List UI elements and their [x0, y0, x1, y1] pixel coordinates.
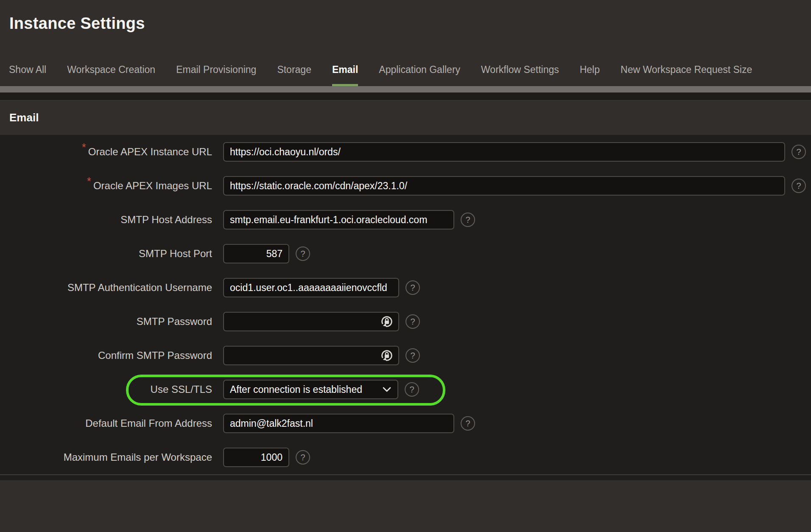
field-control: [223, 210, 454, 230]
tab-application-gallery[interactable]: Application Gallery: [379, 64, 460, 86]
field-row-default-email-from-address: Default Email From Address ?: [0, 406, 811, 440]
field-label-column: SMTP Authentication Username: [0, 282, 212, 294]
tab-show-all[interactable]: Show All: [9, 64, 46, 86]
input-confirm-smtp-password[interactable]: [223, 346, 399, 365]
region-top-strip: [0, 92, 811, 100]
email-settings-form: * Oracle APEX Instance URL ? * Oracle AP…: [0, 135, 811, 474]
help-icon[interactable]: ?: [461, 213, 475, 227]
tab-email[interactable]: Email: [332, 64, 358, 86]
page-title: Instance Settings: [0, 0, 811, 33]
field-label: Use SSL/TLS: [151, 384, 212, 395]
email-section-header: Email: [0, 100, 811, 135]
field-label-column: Maximum Emails per Workspace: [0, 451, 212, 463]
input-oracle-apex-instance-url[interactable]: [223, 142, 785, 162]
input-default-email-from-address[interactable]: [223, 414, 454, 433]
tab-new-workspace-request-size[interactable]: New Workspace Request Size: [621, 64, 752, 86]
help-question-glyph: ?: [300, 453, 305, 462]
field-control: [223, 176, 785, 196]
field-label: Confirm SMTP Password: [98, 350, 212, 361]
field-row-oracle-apex-images-url: * Oracle APEX Images URL ?: [0, 169, 811, 203]
section-title: Email: [9, 111, 39, 124]
field-label-column: Confirm SMTP Password: [0, 350, 212, 361]
form-bottom-pad: [0, 475, 811, 480]
input-smtp-authentication-username[interactable]: [223, 278, 399, 297]
tab-bar: Show AllWorkspace CreationEmail Provisio…: [0, 64, 752, 86]
field-label-column: SMTP Host Port: [0, 248, 212, 260]
input-oracle-apex-images-url[interactable]: [223, 176, 785, 196]
help-question-glyph: ?: [300, 249, 305, 258]
field-label-column: Default Email From Address: [0, 417, 212, 429]
field-row-smtp-authentication-username: SMTP Authentication Username ?: [0, 271, 811, 305]
select-use-ssl-tls[interactable]: After connection is established: [223, 380, 398, 399]
field-label: SMTP Password: [137, 316, 212, 328]
help-question-glyph: ?: [796, 182, 801, 190]
field-row-smtp-password: SMTP Password ?: [0, 305, 811, 339]
help-icon[interactable]: ?: [461, 416, 475, 431]
field-row-use-ssl-tls: Use SSL/TLS After connection is establis…: [0, 372, 811, 406]
input-smtp-host-port[interactable]: [223, 244, 289, 263]
field-control: [223, 346, 399, 365]
help-icon[interactable]: ?: [296, 450, 310, 465]
input-smtp-password[interactable]: [223, 312, 399, 331]
tab-workflow-settings[interactable]: Workflow Settings: [481, 64, 559, 86]
field-label: Maximum Emails per Workspace: [64, 451, 212, 463]
help-icon[interactable]: ?: [406, 348, 420, 363]
help-question-glyph: ?: [410, 317, 415, 326]
field-control: [223, 448, 289, 467]
help-icon[interactable]: ?: [406, 280, 420, 295]
tab-email-provisioning[interactable]: Email Provisioning: [176, 64, 256, 86]
help-icon[interactable]: ?: [791, 145, 806, 159]
page-header: Instance Settings Show AllWorkspace Crea…: [0, 0, 811, 86]
field-label-column: Use SSL/TLS: [0, 384, 212, 395]
field-label: Default Email From Address: [85, 417, 212, 429]
field-label-column: SMTP Password: [0, 316, 212, 328]
field-label: SMTP Host Port: [139, 248, 212, 260]
help-question-glyph: ?: [409, 385, 414, 394]
field-label-column: * Oracle APEX Instance URL: [0, 146, 212, 158]
field-row-smtp-host-port: SMTP Host Port ?: [0, 237, 811, 271]
field-row-oracle-apex-instance-url: * Oracle APEX Instance URL ?: [0, 135, 811, 169]
lock-refresh-icon[interactable]: [380, 348, 394, 363]
field-label: Oracle APEX Instance URL: [88, 146, 212, 158]
field-row-smtp-host-address: SMTP Host Address ?: [0, 203, 811, 237]
select-value: After connection is established: [230, 384, 362, 395]
help-question-glyph: ?: [796, 148, 801, 156]
field-label: SMTP Host Address: [120, 214, 212, 226]
field-label-column: * Oracle APEX Images URL: [0, 180, 212, 192]
lock-refresh-icon[interactable]: [380, 314, 394, 329]
field-row-maximum-emails-per-workspace: Maximum Emails per Workspace ?: [0, 440, 811, 474]
help-question-glyph: ?: [410, 351, 415, 360]
field-control: [223, 312, 399, 331]
tab-storage[interactable]: Storage: [277, 64, 311, 86]
field-control: [223, 142, 785, 162]
help-icon[interactable]: ?: [405, 382, 419, 397]
field-row-confirm-smtp-password: Confirm SMTP Password ?: [0, 339, 811, 372]
help-question-glyph: ?: [465, 419, 470, 428]
tab-help[interactable]: Help: [580, 64, 600, 86]
input-smtp-host-address[interactable]: [223, 210, 454, 230]
input-maximum-emails-per-workspace[interactable]: [223, 448, 289, 467]
horizontal-scrollbar[interactable]: [0, 86, 811, 92]
help-icon[interactable]: ?: [296, 246, 310, 261]
field-label: SMTP Authentication Username: [67, 282, 212, 294]
help-icon[interactable]: ?: [406, 314, 420, 329]
tab-workspace-creation[interactable]: Workspace Creation: [67, 64, 155, 86]
help-icon[interactable]: ?: [791, 179, 806, 193]
chevron-down-icon: [382, 386, 392, 392]
field-control: [223, 278, 399, 297]
field-control: [223, 414, 454, 433]
help-question-glyph: ?: [410, 283, 415, 292]
field-control: [223, 244, 289, 263]
field-control: After connection is established: [223, 380, 398, 399]
field-label: Oracle APEX Images URL: [93, 180, 212, 192]
help-question-glyph: ?: [465, 216, 470, 224]
field-label-column: SMTP Host Address: [0, 214, 212, 226]
page-bottom-area: [0, 480, 811, 531]
